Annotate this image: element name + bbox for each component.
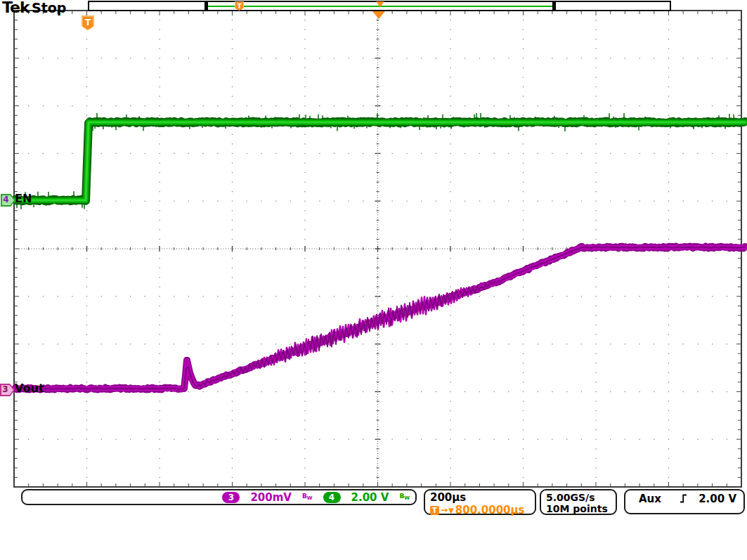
trigger-t-icon: T xyxy=(430,506,439,515)
acquisition-readout-box[interactable]: 5.00GS/s 10M points xyxy=(540,489,617,515)
expansion-marker-preview-icon xyxy=(376,1,384,7)
channel-3-marker[interactable]: 3 xyxy=(0,384,15,396)
channel-3-label: Vout xyxy=(15,382,44,395)
channel-4-marker[interactable]: 4 xyxy=(1,194,15,207)
window-bracket-left[interactable] xyxy=(204,2,208,10)
timebase-value: 200µs xyxy=(430,492,535,503)
channel-4-label: EN xyxy=(15,192,32,205)
record-view-bar[interactable]: T xyxy=(88,1,671,11)
triangle-icon: ▼ xyxy=(448,507,454,514)
trigger-marker-preview-icon[interactable]: T xyxy=(235,1,244,11)
oscilloscope-screen: Tek Stop T T 4 EN 3 Vout 3 200mV BW 4 2.… xyxy=(0,0,747,560)
acquisition-status: Stop xyxy=(32,0,66,15)
channel-3-bandwidth-icon: BW xyxy=(302,493,313,501)
trigger-readout-box[interactable]: Aux 2.00 V xyxy=(624,489,745,514)
window-bracket-right[interactable] xyxy=(552,2,556,10)
trigger-level-value: 2.00 V xyxy=(699,493,736,505)
trigger-delay-value: 800.0000µs xyxy=(455,504,525,516)
tek-logo: Tek xyxy=(2,0,30,16)
rising-edge-icon xyxy=(680,494,688,503)
channel-3-scale: 200mV xyxy=(250,491,292,504)
trigger-delay-readout: T→▼800.0000µs xyxy=(430,504,535,516)
waveform-display xyxy=(0,0,747,490)
trigger-source: Aux xyxy=(639,493,661,505)
sample-rate-value: 5.00GS/s xyxy=(546,492,616,503)
expansion-point-triangle-icon[interactable] xyxy=(372,11,385,19)
channel-4-badge[interactable]: 4 xyxy=(323,492,341,503)
arrow-icon: → xyxy=(441,505,448,515)
horizontal-readout-box[interactable]: 200µs T→▼800.0000µs xyxy=(424,489,536,515)
channel-readout-bar[interactable]: 3 200mV BW 4 2.00 V BW xyxy=(21,489,417,505)
channel-4-scale: 2.00 V xyxy=(351,491,389,504)
channel-3-badge[interactable]: 3 xyxy=(222,492,240,503)
channel-4-bandwidth-icon: BW xyxy=(399,493,410,501)
record-length-value: 10M points xyxy=(546,503,616,514)
